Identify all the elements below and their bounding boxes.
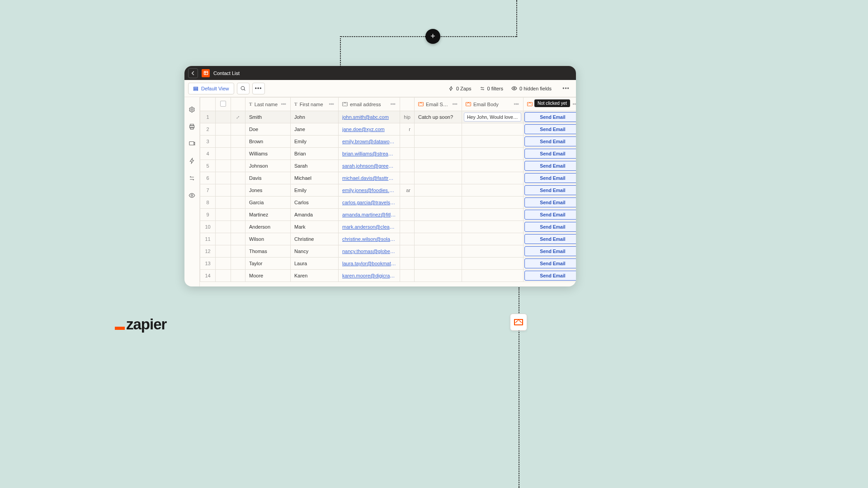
add-step-node[interactable]: + <box>425 29 440 44</box>
cell-body[interactable] <box>462 160 524 172</box>
email-link[interactable]: brian.williams@streamline.com <box>342 151 396 156</box>
cell-subject[interactable] <box>415 184 462 197</box>
row-expand-cell[interactable]: ⤢ <box>231 111 245 123</box>
email-link[interactable]: michael.davis@fasttrack.com <box>342 175 396 181</box>
filters-stat[interactable]: 0 filters <box>480 86 503 91</box>
cell-firstname[interactable]: Laura <box>291 258 339 270</box>
email-link[interactable]: sarah.johnson@greenlife.com <box>342 163 396 169</box>
row-expand-cell[interactable] <box>231 258 245 270</box>
cell-subject[interactable] <box>415 160 462 172</box>
row-expand-cell[interactable] <box>231 184 245 197</box>
cell-lastname[interactable]: Martinez <box>245 209 291 221</box>
search-button[interactable] <box>237 83 250 94</box>
row-expand-cell[interactable] <box>231 245 245 258</box>
row-checkbox-cell[interactable] <box>216 123 231 136</box>
cell-email[interactable]: emily.jones@foodies.com <box>339 184 400 197</box>
cell-body[interactable] <box>462 123 524 136</box>
column-menu-icon[interactable]: ••• <box>389 101 396 108</box>
cell-subject[interactable] <box>415 123 462 136</box>
back-button[interactable] <box>188 68 198 78</box>
print-icon[interactable] <box>188 122 196 131</box>
cell-lastname[interactable]: Doe <box>245 123 291 136</box>
automation-icon[interactable] <box>188 157 196 165</box>
send-email-button[interactable]: Send Email <box>524 197 576 207</box>
cell-subject[interactable] <box>415 270 462 282</box>
row-checkbox-cell[interactable] <box>216 258 231 270</box>
cell-subject[interactable] <box>415 197 462 209</box>
send-email-button[interactable]: Send Email <box>524 124 576 134</box>
cell-email[interactable]: emily.brown@dataworks.com <box>339 136 400 148</box>
row-checkbox-cell[interactable] <box>216 233 231 245</box>
table-row[interactable]: 3BrownEmilyemily.brown@dataworks.comSend… <box>200 136 576 148</box>
cell-body[interactable] <box>462 209 524 221</box>
email-link[interactable]: john.smith@abc.com <box>342 114 396 120</box>
column-header-subject[interactable]: Email Subject ••• <box>415 98 462 111</box>
cell-lastname[interactable]: Anderson <box>245 221 291 233</box>
row-expand-cell[interactable] <box>231 270 245 282</box>
cell-email[interactable]: laura.taylor@bookmate.com <box>339 258 400 270</box>
cell-email[interactable]: john.smith@abc.com <box>339 111 400 123</box>
row-expand-cell[interactable] <box>231 197 245 209</box>
column-menu-icon[interactable]: ••• <box>513 101 519 108</box>
send-email-button[interactable]: Send Email <box>524 222 576 232</box>
cell-lastname[interactable]: Thomas <box>245 245 291 258</box>
row-checkbox-cell[interactable] <box>216 136 231 148</box>
table-row[interactable]: 12ThomasNancynancy.thomas@globex.comSend… <box>200 245 576 258</box>
cell-email[interactable]: jane.doe@xyz.com <box>339 123 400 136</box>
column-menu-icon[interactable]: ••• <box>571 101 576 108</box>
cell-lastname[interactable]: Jones <box>245 184 291 197</box>
send-email-button[interactable]: Send Email <box>524 173 576 183</box>
table-row[interactable]: 13TaylorLauralaura.taylor@bookmate.comSe… <box>200 258 576 270</box>
cell-subject[interactable] <box>415 209 462 221</box>
email-link[interactable]: carlos.garcia@travelsmore.com <box>342 200 396 205</box>
cell-firstname[interactable]: Emily <box>291 184 339 197</box>
cell-email[interactable]: amanda.martinez@fitlife.com <box>339 209 400 221</box>
cell-firstname[interactable]: Christine <box>291 233 339 245</box>
row-expand-cell[interactable] <box>231 136 245 148</box>
cell-lastname[interactable]: Williams <box>245 148 291 160</box>
row-checkbox-cell[interactable] <box>216 209 231 221</box>
more-button[interactable]: ••• <box>252 83 265 94</box>
send-email-button[interactable]: Send Email <box>524 112 576 122</box>
default-view-button[interactable]: Default View <box>188 83 234 94</box>
cell-body[interactable] <box>462 233 524 245</box>
row-expand-cell[interactable] <box>231 123 245 136</box>
table-row[interactable]: 6DavisMichaelmichael.davis@fasttrack.com… <box>200 172 576 184</box>
row-checkbox-cell[interactable] <box>216 245 231 258</box>
table-row[interactable]: 2DoeJanejane.doe@xyz.comrSend Email <box>200 123 576 136</box>
table-row[interactable]: 7JonesEmilyemily.jones@foodies.comarSend… <box>200 184 576 197</box>
cell-subject[interactable] <box>415 245 462 258</box>
cell-subject[interactable] <box>415 136 462 148</box>
table-row[interactable]: 5JohnsonSarahsarah.johnson@greenlife.com… <box>200 160 576 172</box>
cell-lastname[interactable]: Smith <box>245 111 291 123</box>
table-row[interactable]: 10AndersonMarkmark.anderson@cleantech.co… <box>200 221 576 233</box>
zaps-stat[interactable]: 0 Zaps <box>448 86 472 91</box>
table-row[interactable]: 9MartinezAmandaamanda.martinez@fitlife.c… <box>200 209 576 221</box>
email-link[interactable]: jane.doe@xyz.com <box>342 127 396 132</box>
cell-body[interactable] <box>462 245 524 258</box>
send-email-button[interactable]: Send Email <box>524 234 576 244</box>
email-link[interactable]: christine.wilson@solarnow.com <box>342 236 396 242</box>
cell-lastname[interactable]: Wilson <box>245 233 291 245</box>
toolbar-more-button[interactable]: ••• <box>560 83 572 94</box>
select-all-header[interactable] <box>216 98 231 111</box>
cell-firstname[interactable]: Michael <box>291 172 339 184</box>
row-expand-cell[interactable] <box>231 160 245 172</box>
table-row[interactable]: 14MooreKarenkaren.moore@digicraft.comSen… <box>200 270 576 282</box>
row-checkbox-cell[interactable] <box>216 160 231 172</box>
cell-subject[interactable] <box>415 233 462 245</box>
column-menu-icon[interactable]: ••• <box>451 101 458 108</box>
cell-lastname[interactable]: Moore <box>245 270 291 282</box>
send-email-button[interactable]: Send Email <box>524 149 576 159</box>
send-email-button[interactable]: Send Email <box>524 185 576 195</box>
email-link[interactable]: amanda.martinez@fitlife.com <box>342 212 396 217</box>
cell-firstname[interactable]: Karen <box>291 270 339 282</box>
column-header-action[interactable]: S Not clicked yet ••• <box>524 98 576 111</box>
cell-lastname[interactable]: Davis <box>245 172 291 184</box>
cell-email[interactable]: christine.wilson@solarnow.com <box>339 233 400 245</box>
cell-lastname[interactable]: Taylor <box>245 258 291 270</box>
cell-email[interactable]: nancy.thomas@globex.com <box>339 245 400 258</box>
cell-firstname[interactable]: Mark <box>291 221 339 233</box>
history-icon[interactable] <box>188 174 196 182</box>
cell-lastname[interactable]: Brown <box>245 136 291 148</box>
